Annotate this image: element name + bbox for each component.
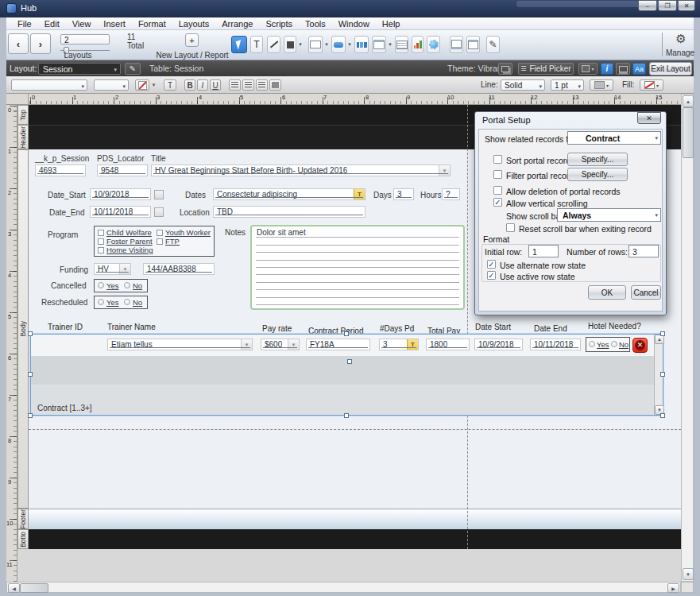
- part-tab-footer[interactable]: Footer: [17, 509, 29, 529]
- minimize-button[interactable]: –: [638, 0, 657, 11]
- align-center-button[interactable]: [242, 79, 254, 91]
- inspector-info-button[interactable]: i: [601, 63, 613, 75]
- chart-tool[interactable]: [412, 36, 423, 53]
- menu-view[interactable]: View: [66, 19, 98, 29]
- button-tool-caret[interactable]: ▾: [346, 36, 353, 53]
- format-painter-tool[interactable]: ✎: [486, 36, 500, 53]
- sort-specify-button[interactable]: Specify...: [567, 153, 628, 166]
- align-justify-button[interactable]: [269, 79, 281, 91]
- trainer-name-dropdown-icon[interactable]: ▾: [241, 339, 252, 350]
- location-field[interactable]: TBD: [213, 206, 365, 218]
- field-tool[interactable]: [308, 36, 323, 53]
- shape-tool-caret[interactable]: ▾: [297, 36, 304, 53]
- funding-number-field[interactable]: 144/AAB8388: [143, 263, 215, 275]
- filter-specify-button[interactable]: Specify...: [567, 168, 628, 181]
- menu-layouts[interactable]: Layouts: [172, 19, 216, 29]
- tab-control-tool-caret[interactable]: ▾: [387, 36, 393, 53]
- menu-insert[interactable]: Insert: [97, 19, 132, 29]
- bold-button[interactable]: B: [184, 79, 195, 91]
- part-tab-top-navigation[interactable]: Top: [17, 105, 29, 125]
- manage-gear-icon[interactable]: ⚙: [674, 32, 688, 46]
- underline-button[interactable]: U: [210, 79, 221, 91]
- date-start-calendar-icon[interactable]: [154, 190, 164, 199]
- selection-handle[interactable]: [28, 331, 33, 336]
- font-family-select[interactable]: ▾: [11, 79, 87, 91]
- portal-date-end-field[interactable]: 10/11/2018: [530, 339, 581, 350]
- insert-part-button[interactable]: [466, 36, 480, 53]
- scroll-left-icon[interactable]: ◀: [8, 583, 20, 593]
- cancelled-yes-radio[interactable]: [98, 282, 104, 288]
- pds-locator-field[interactable]: 9548: [97, 164, 148, 176]
- funding-dropdown-icon[interactable]: ▾: [119, 264, 130, 274]
- cancelled-no-radio[interactable]: [124, 282, 130, 288]
- layout-select[interactable]: Session ▾: [38, 63, 121, 75]
- filter-portal-checkbox[interactable]: [493, 170, 502, 179]
- close-button[interactable]: ✕: [678, 0, 695, 11]
- vertical-scroll-thumb[interactable]: [683, 107, 694, 158]
- program-home-visiting-checkbox[interactable]: [98, 247, 104, 253]
- reset-scrollbar-checkbox[interactable]: [506, 223, 515, 232]
- align-left-button[interactable]: [229, 79, 241, 91]
- dates-field[interactable]: Consectetur adipiscing T: [213, 188, 365, 200]
- delete-row-button[interactable]: ✕: [632, 338, 648, 353]
- funding-select-field[interactable]: HV ▾: [94, 263, 131, 275]
- font-size-select[interactable]: ▾: [94, 79, 129, 91]
- rescheduled-yes-radio[interactable]: [98, 299, 104, 305]
- change-theme-button[interactable]: [498, 63, 512, 75]
- text-style-button[interactable]: T: [164, 79, 176, 91]
- days-field[interactable]: 3: [393, 188, 414, 200]
- portal-date-start-field[interactable]: 10/9/2018: [474, 339, 523, 350]
- program-ftp-checkbox[interactable]: [157, 238, 163, 245]
- program-foster-parent-checkbox[interactable]: [98, 238, 104, 245]
- menu-format[interactable]: Format: [132, 19, 172, 29]
- new-layout-button[interactable]: +: [185, 33, 199, 47]
- formatting-bar-toggle-button[interactable]: Aa: [632, 63, 646, 75]
- dates-tooltip-icon[interactable]: T: [354, 189, 365, 199]
- hotel-no-radio[interactable]: [611, 341, 617, 347]
- selection-handle[interactable]: [28, 372, 33, 377]
- program-child-welfare-checkbox[interactable]: [98, 230, 104, 236]
- part-tab-body[interactable]: Body: [17, 149, 29, 509]
- text-color-swatch-button[interactable]: [135, 79, 149, 91]
- selection-handle[interactable]: [660, 372, 665, 377]
- scroll-down-icon[interactable]: ▼: [683, 568, 694, 580]
- notes-field[interactable]: Dolor sit amet: [250, 225, 465, 310]
- contract-period-field[interactable]: FY18A: [306, 339, 370, 350]
- field-tool-caret[interactable]: ▾: [323, 36, 330, 53]
- selection-handle[interactable]: [344, 413, 349, 418]
- text-color-caret-icon[interactable]: ▾: [150, 79, 157, 91]
- horizontal-scroll-thumb[interactable]: [20, 583, 48, 593]
- title-field[interactable]: HV Great Beginnings Start Before Birth- …: [151, 164, 451, 176]
- date-end-field[interactable]: 10/11/2018: [90, 206, 151, 218]
- tab-control-tool[interactable]: [372, 36, 386, 53]
- program-youth-worker-checkbox[interactable]: [157, 230, 163, 236]
- total-pay-field[interactable]: 1800: [426, 339, 470, 350]
- days-pd-tooltip-icon[interactable]: T: [407, 339, 418, 350]
- part-tab-bottom-navigation[interactable]: Botto: [17, 529, 29, 549]
- allow-deletion-checkbox[interactable]: [493, 186, 502, 195]
- initial-row-input[interactable]: 1: [528, 245, 559, 257]
- pointer-tool[interactable]: [231, 36, 247, 53]
- date-end-calendar-icon[interactable]: [154, 207, 164, 217]
- maximize-button[interactable]: ❐: [658, 0, 677, 11]
- alternate-row-state-checkbox[interactable]: ✓: [487, 260, 496, 269]
- ok-button[interactable]: OK: [588, 285, 626, 300]
- previous-layout-button[interactable]: ‹: [8, 33, 29, 54]
- selection-handle[interactable]: [660, 331, 665, 336]
- menu-window[interactable]: Window: [332, 19, 376, 29]
- exit-layout-button[interactable]: Exit Layout: [649, 62, 692, 75]
- show-scrollbar-select[interactable]: Always ▾: [557, 208, 661, 222]
- italic-button[interactable]: I: [197, 79, 208, 91]
- days-pd-field[interactable]: 3 T: [379, 339, 419, 350]
- session-id-field[interactable]: 4693: [35, 164, 86, 176]
- pay-rate-dropdown-icon[interactable]: ▾: [288, 339, 299, 350]
- cancel-button[interactable]: Cancel: [631, 285, 661, 300]
- pay-rate-field[interactable]: $600 ▾: [261, 339, 300, 350]
- portal-setup-dialog[interactable]: Portal Setup ✕ Show related records from…: [474, 111, 667, 315]
- menu-edit[interactable]: Edit: [38, 19, 66, 29]
- selection-handle[interactable]: [344, 331, 349, 336]
- active-row-state-checkbox[interactable]: ✓: [487, 271, 496, 280]
- hours-field[interactable]: ?: [442, 188, 460, 200]
- line-style-select[interactable]: Solid ▾: [501, 79, 545, 91]
- part-tools-dropdown-button[interactable]: ▾: [578, 63, 598, 75]
